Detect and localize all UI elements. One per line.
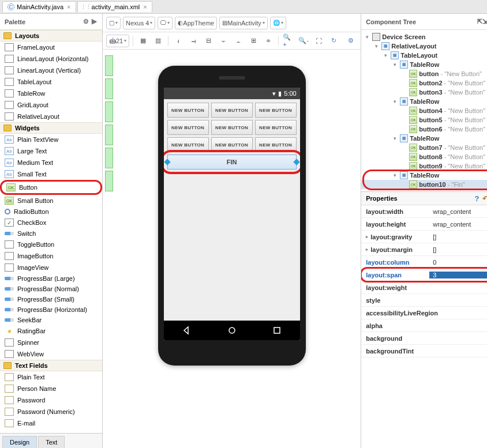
tree-node-tablerow[interactable]: ▾▦TableRow bbox=[361, 60, 487, 69]
tree-node-button4[interactable]: OKbutton4 - "New Button" bbox=[361, 106, 487, 115]
palette-item-progressbar-large-[interactable]: ProgressBar (Large) bbox=[0, 273, 102, 284]
properties-table[interactable]: layout:widthwrap_contentlayout:heightwra… bbox=[361, 205, 487, 448]
property-layout-height[interactable]: layout:heightwrap_content bbox=[361, 218, 487, 231]
android-button[interactable]: NEW BUTTON bbox=[211, 137, 253, 152]
property-style[interactable]: style bbox=[361, 294, 487, 307]
orientation-toggle[interactable]: 🖵▾ bbox=[158, 17, 173, 29]
component-tree[interactable]: ▾Device Screen▾▦RelativeLayout▾▦TableLay… bbox=[361, 30, 487, 191]
collapse-icon[interactable]: ⇲ bbox=[482, 18, 487, 25]
android-button[interactable]: NEW BUTTON bbox=[255, 103, 297, 118]
palette-item-tablerow[interactable]: TableRow bbox=[0, 88, 102, 99]
align-top-icon[interactable]: ⫟ bbox=[217, 35, 230, 47]
property-value[interactable]: 0 bbox=[429, 259, 487, 266]
palette-category[interactable]: Text Fields bbox=[0, 360, 102, 371]
palette-item-switch[interactable]: Switch bbox=[0, 228, 102, 239]
activity-dropdown[interactable]: ▤ MainActivity▾ bbox=[219, 17, 268, 29]
tree-node-button2[interactable]: OKbutton2 - "New Button" bbox=[361, 78, 487, 88]
tree-twisty[interactable]: ▾ bbox=[391, 99, 398, 104]
property-value[interactable]: wrap_content bbox=[429, 208, 487, 215]
property-layout-margin[interactable]: layout:margin[] bbox=[361, 243, 487, 256]
close-icon[interactable]: × bbox=[67, 3, 70, 10]
palette-item-gridlayout[interactable]: GridLayout bbox=[0, 99, 102, 111]
android-button[interactable]: NEW BUTTON bbox=[167, 120, 209, 135]
palette-item-webview[interactable]: WebView bbox=[0, 348, 102, 360]
grid-icon[interactable]: ▦ bbox=[137, 35, 149, 47]
locale-dropdown[interactable]: 🌐▾ bbox=[270, 17, 286, 29]
palette-item-plain-textview[interactable]: AbPlain TextView bbox=[0, 134, 102, 145]
property-background[interactable]: background bbox=[361, 332, 487, 345]
tree-node-tablerow[interactable]: ▾▦TableRow bbox=[361, 97, 487, 106]
distribute-icon[interactable]: ⫩ bbox=[262, 35, 275, 47]
property-layout-column[interactable]: layout:column0 bbox=[361, 256, 487, 269]
property-alpha[interactable]: alpha bbox=[361, 319, 487, 332]
palette-item-plain-text[interactable]: Plain Text bbox=[0, 371, 102, 383]
device-dropdown[interactable]: Nexus 4▾ bbox=[123, 17, 155, 29]
palette-item-small-text[interactable]: AbSmall Text bbox=[0, 168, 102, 180]
tree-node-button9[interactable]: OKbutton9 - "New Button" bbox=[361, 161, 487, 171]
palette-item-spinner[interactable]: Spinner bbox=[0, 337, 102, 348]
tree-node-button6[interactable]: OKbutton6 - "New Button" bbox=[361, 125, 487, 134]
palette-category[interactable]: Widgets bbox=[0, 122, 102, 134]
palette-item-medium-text[interactable]: AbMedium Text bbox=[0, 157, 102, 168]
android-button[interactable]: NEW BUTTON bbox=[167, 137, 209, 152]
tree-node-button3[interactable]: OKbutton3 - "New Button" bbox=[361, 88, 487, 97]
tree-twisty[interactable]: ▾ bbox=[391, 135, 398, 141]
property-value[interactable]: [] bbox=[429, 246, 487, 253]
align-hc-icon[interactable]: ⊟ bbox=[202, 35, 215, 47]
zoom-out-icon[interactable]: 🔍- bbox=[297, 35, 310, 47]
android-button[interactable]: NEW BUTTON bbox=[211, 120, 253, 135]
palette-item-password-numeric-[interactable]: Password (Numeric) bbox=[0, 406, 102, 417]
palette-item-radiobutton[interactable]: RadioButton bbox=[0, 206, 102, 217]
tab-mainactivity[interactable]: C MainActivity.java × bbox=[2, 1, 76, 12]
align-bottom-icon[interactable]: ⫠ bbox=[232, 35, 245, 47]
tree-twisty[interactable]: ▾ bbox=[373, 43, 380, 49]
android-button[interactable]: NEW BUTTON bbox=[167, 103, 209, 118]
undo-icon[interactable]: ↶ bbox=[482, 194, 487, 203]
fit-icon[interactable]: ⛶ bbox=[312, 35, 325, 47]
palette-item-ratingbar[interactable]: ★RatingBar bbox=[0, 325, 102, 337]
recent-icon[interactable] bbox=[272, 326, 282, 335]
tree-node-tablelayout[interactable]: ▾▦TableLayout bbox=[361, 51, 487, 60]
design-tab[interactable]: Design bbox=[2, 436, 37, 448]
property-layout-gravity[interactable]: layout:gravity[] bbox=[361, 231, 487, 243]
palette-item-framelayout[interactable]: FrameLayout bbox=[0, 42, 102, 53]
expand-icon[interactable]: ⇱ bbox=[477, 18, 482, 25]
palette-item-tablelayout[interactable]: TableLayout bbox=[0, 76, 102, 88]
palette-item-togglebutton[interactable]: ToggleButton bbox=[0, 239, 102, 250]
palette-item-linearlayout-vertical-[interactable]: LinearLayout (Vertical) bbox=[0, 65, 102, 76]
palette-item-button[interactable]: OKButton bbox=[0, 180, 102, 195]
tree-node-button10[interactable]: OKbutton10 - "Fin" bbox=[361, 180, 487, 189]
tree-node-tablerow[interactable]: ▾▦TableRow bbox=[361, 134, 487, 143]
theme-dropdown[interactable]: ◐ AppTheme bbox=[175, 17, 217, 29]
tree-twisty[interactable]: ▾ bbox=[391, 62, 398, 67]
tree-node-button8[interactable]: OKbutton8 - "New Button" bbox=[361, 152, 487, 161]
property-layout-weight[interactable]: layout:weight bbox=[361, 281, 487, 294]
property-value[interactable]: wrap_content bbox=[429, 221, 487, 228]
close-icon[interactable]: × bbox=[143, 3, 147, 10]
tree-node-button7[interactable]: OKbutton7 - "New Button" bbox=[361, 143, 487, 152]
palette-item-progressbar-normal-[interactable]: ProgressBar (Normal) bbox=[0, 284, 102, 294]
palette-item-small-button[interactable]: OKSmall Button bbox=[0, 195, 102, 206]
palette-item-linearlayout-horizontal-[interactable]: LinearLayout (Horizontal) bbox=[0, 53, 102, 65]
phone-screen[interactable]: ▾ ▮ 5:00 NEW BUTTONNEW BUTTONNEW BUTTONN… bbox=[164, 88, 300, 340]
property-value[interactable]: 3 bbox=[429, 272, 487, 278]
tree-twisty[interactable]: ▾ bbox=[364, 34, 370, 40]
align-left-icon[interactable]: ⫞ bbox=[172, 35, 185, 47]
refresh-icon[interactable]: ↻ bbox=[327, 35, 340, 47]
tree-node-relativelayout[interactable]: ▾▦RelativeLayout bbox=[361, 42, 487, 51]
palette-item-checkbox[interactable]: ✓CheckBox bbox=[0, 217, 102, 228]
align-vc-icon[interactable]: ⊞ bbox=[247, 35, 260, 47]
palette-item-imagebutton[interactable]: ImageButton bbox=[0, 250, 102, 262]
palette-item-imageview[interactable]: ImageView bbox=[0, 262, 102, 273]
palette-item-password[interactable]: Password bbox=[0, 394, 102, 406]
layers-icon[interactable]: ▥ bbox=[152, 35, 164, 47]
device-picker[interactable]: ▢▾ bbox=[106, 17, 121, 29]
settings-icon[interactable]: ⚙ bbox=[344, 35, 357, 47]
property-accessibilityliveregion[interactable]: accessibilityLiveRegion bbox=[361, 307, 487, 319]
palette-item-large-text[interactable]: AbLarge Text bbox=[0, 145, 102, 157]
palette-category[interactable]: Layouts bbox=[0, 30, 102, 42]
palette-item-e-mail[interactable]: E-mail bbox=[0, 417, 102, 429]
tree-node-device-screen[interactable]: ▾Device Screen bbox=[361, 32, 487, 42]
help-icon[interactable]: ? bbox=[474, 194, 479, 203]
palette-item-progressbar-small-[interactable]: ProgressBar (Small) bbox=[0, 294, 102, 304]
